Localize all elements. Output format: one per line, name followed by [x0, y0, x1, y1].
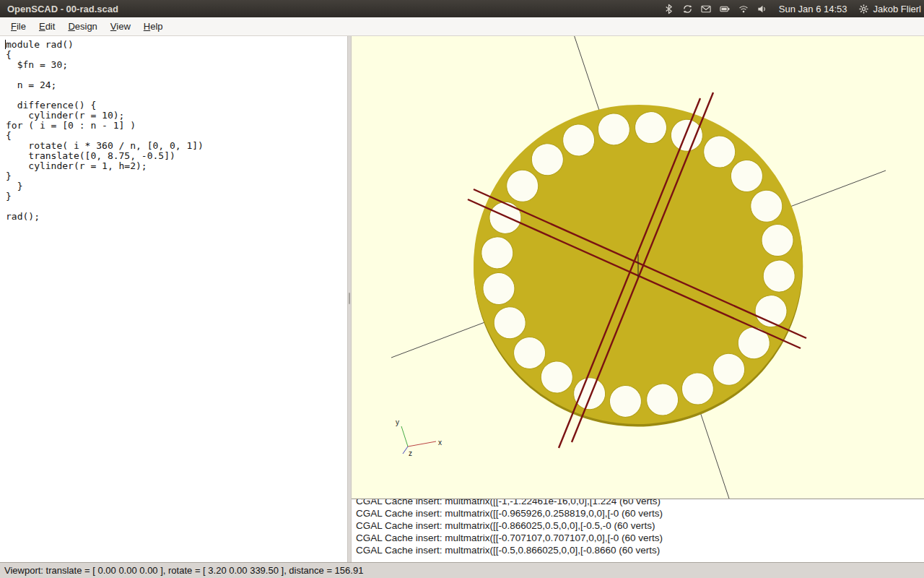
splitter-handle-icon [349, 293, 350, 304]
window-title: OpenSCAD - 00-rad.scad [7, 4, 118, 14]
axis-label-y: y [396, 418, 399, 426]
viewport-status-text: Viewport: translate = [ 0.00 0.00 0.00 ]… [4, 565, 363, 576]
code-line: translate([0, 8.75, -0.5]) [6, 151, 347, 161]
user-name: Jakob Flierl [873, 4, 921, 14]
code-line [6, 70, 347, 80]
menu-edit[interactable]: Edit [32, 18, 61, 35]
menu-view[interactable]: View [104, 18, 137, 35]
code-line: rotate( i * 360 / n, [0, 0, 1]) [6, 141, 347, 151]
bluetooth-icon[interactable] [663, 3, 675, 15]
menu-help[interactable]: Help [137, 18, 170, 35]
console-lines: CGAL Cache insert: multmatrix([[-1,-1.22… [352, 499, 924, 556]
code-line [6, 90, 347, 100]
console-log[interactable]: CGAL Cache insert: multmatrix([[-1,-1.22… [352, 499, 924, 562]
code-line: module rad() [6, 40, 347, 50]
clock-menu[interactable]: Sun Jan 6 14:53 [779, 4, 847, 14]
openscad-window: OpenSCAD - 00-rad.scad Sun Jan 6 14:53 [0, 0, 924, 578]
code-line [6, 202, 347, 212]
indicator-area: Sun Jan 6 14:53 Jakob Flierl [663, 3, 921, 15]
code-line: rad(); [6, 212, 347, 222]
wifi-icon[interactable] [738, 3, 750, 15]
console-line: CGAL Cache insert: multmatrix([[-0.70710… [356, 532, 924, 544]
console-line: CGAL Cache insert: multmatrix([[-0.5,0.8… [356, 544, 924, 556]
console-line: CGAL Cache insert: multmatrix([[-0.96592… [356, 507, 924, 519]
console-line: CGAL Cache insert: multmatrix([[-0.86602… [356, 519, 924, 532]
code-line: } [6, 191, 347, 202]
sync-icon[interactable] [681, 3, 694, 15]
statusbar: Viewport: translate = [ 0.00 0.00 0.00 ]… [0, 562, 924, 578]
text-cursor [5, 40, 6, 49]
axis-label-z: z [409, 449, 412, 457]
code-line: cylinder(r = 1, h=2); [6, 161, 347, 171]
3d-render: xyz [352, 36, 924, 499]
gear-icon [858, 3, 870, 15]
code-line: cylinder(r = 10); [6, 111, 347, 121]
mail-icon[interactable] [700, 3, 712, 15]
code-line: { [6, 131, 347, 141]
code-line: { [6, 50, 347, 60]
viewport-3d[interactable]: xyz [352, 36, 924, 499]
system-panel: OpenSCAD - 00-rad.scad Sun Jan 6 14:53 [0, 0, 924, 17]
console-line: CGAL Cache insert: multmatrix([[-1,-1.22… [356, 499, 924, 507]
menu-design[interactable]: Design [61, 18, 103, 35]
volume-icon[interactable] [757, 3, 769, 15]
axis-label-x: x [438, 439, 442, 447]
code-line: n = 24; [6, 80, 347, 90]
code-line: difference() { [6, 100, 347, 111]
main-area: module rad(){ $fn = 30; n = 24; differen… [0, 36, 924, 562]
code-line: $fn = 30; [6, 60, 347, 70]
code-editor[interactable]: module rad(){ $fn = 30; n = 24; differen… [0, 36, 347, 562]
code-line: for ( i = [0 : n - 1] ) [6, 121, 347, 131]
code-lines: module rad(){ $fn = 30; n = 24; differen… [6, 40, 347, 222]
menu-file[interactable]: File [4, 18, 32, 35]
right-column: xyz CGAL Cache insert: multmatrix([[-1,-… [352, 36, 924, 562]
code-line: } [6, 181, 347, 191]
code-line: } [6, 171, 347, 181]
session-menu[interactable]: Jakob Flierl [858, 3, 921, 15]
menubar: FileEditDesignViewHelp [0, 17, 924, 36]
battery-icon[interactable] [719, 3, 731, 15]
